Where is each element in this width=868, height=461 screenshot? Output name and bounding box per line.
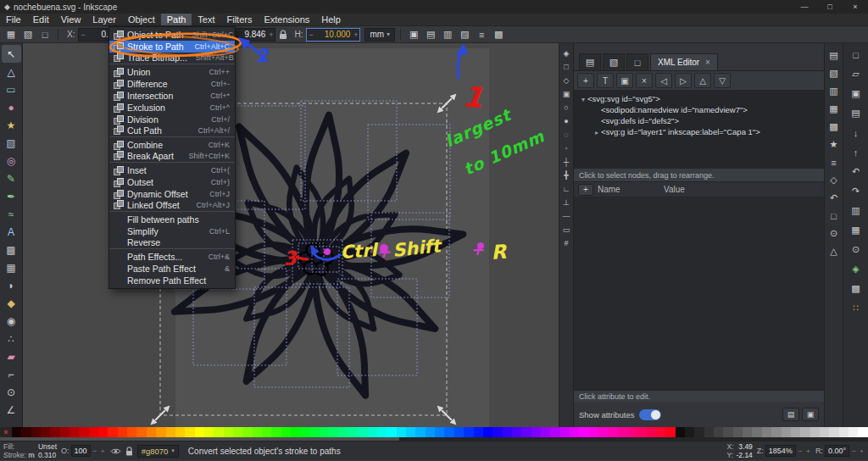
new-element-node-icon[interactable]: + [577, 73, 594, 88]
color-swatch[interactable] [541, 427, 550, 437]
color-swatch[interactable] [839, 427, 849, 437]
menubar-item[interactable]: Filters [221, 14, 259, 25]
deselect-icon[interactable]: □ [37, 27, 53, 42]
copy-icon[interactable]: ▥ [849, 203, 864, 218]
fill-stroke-dialog-tab[interactable]: ▧ [603, 53, 625, 70]
menu-item[interactable]: Stroke to Path Ctrl+Alt+C [109, 41, 235, 53]
color-swatch[interactable] [156, 427, 165, 437]
raise-node-icon[interactable]: △ [694, 73, 711, 88]
swatches-dialog-tab[interactable]: ▤ [579, 53, 601, 70]
minimize-button[interactable]: — [792, 0, 817, 14]
xml-tree-node[interactable]: ▸<svg:g id="layer1" inkscape:label="Capa… [574, 126, 824, 137]
star-tool[interactable]: ★ [2, 116, 21, 134]
select-all-layers-icon[interactable]: ▧ [20, 27, 36, 42]
color-swatch[interactable] [829, 427, 838, 437]
color-swatch[interactable] [752, 427, 761, 437]
snap-path-intersections-icon[interactable]: ◌ [560, 128, 573, 141]
color-swatch[interactable] [426, 427, 435, 437]
add-attribute-button[interactable]: + [578, 184, 593, 196]
xml-tree-node[interactable]: ▾<svg:svg id="svg5"> [574, 93, 824, 104]
color-swatch[interactable] [320, 427, 329, 437]
color-swatch[interactable] [464, 427, 473, 437]
menu-item[interactable]: Union Ctrl++ [109, 66, 235, 78]
color-swatch[interactable] [676, 427, 685, 437]
paste-icon[interactable]: ▦ [849, 223, 864, 237]
xml-tree-node[interactable]: <sodipodi:namedview id="namedview7"> [574, 104, 824, 115]
circle-tool[interactable]: ● [2, 98, 21, 116]
color-swatch[interactable] [348, 427, 358, 437]
swatches-dialog-icon[interactable]: ▩ [826, 119, 842, 134]
attribute-table-body[interactable] [574, 197, 824, 390]
color-swatch[interactable] [858, 427, 867, 437]
color-swatch[interactable] [175, 427, 185, 437]
color-swatch[interactable] [782, 427, 791, 437]
color-swatch[interactable] [224, 427, 233, 437]
duplicate-node-icon[interactable]: ▣ [616, 73, 633, 88]
xml-tree-node[interactable]: <svg:defs id="defs2"> [574, 115, 824, 126]
menu-item[interactable]: Outset Ctrl+) [109, 176, 235, 188]
redo-icon[interactable]: ↷ [849, 184, 864, 198]
color-swatch[interactable] [512, 427, 521, 437]
color-swatch[interactable] [714, 427, 723, 437]
layers-dialog-icon[interactable]: ▥ [826, 84, 842, 98]
spray-tool[interactable]: ∴ [2, 330, 21, 347]
align-distribute-dialog-icon[interactable]: ≡ [826, 155, 842, 169]
mesh-gradient-tool[interactable]: ▦ [2, 258, 21, 276]
layer-visibility-icon[interactable] [110, 447, 121, 455]
snap-grid-icon[interactable]: # [560, 236, 573, 249]
color-swatch[interactable] [820, 427, 829, 437]
snap-page-border-icon[interactable]: ▭ [560, 223, 573, 236]
color-swatch[interactable] [253, 427, 262, 437]
menu-item[interactable]: Difference Ctrl+- [109, 78, 235, 90]
color-swatch[interactable] [387, 427, 396, 437]
color-swatch[interactable] [185, 427, 194, 437]
objects-dialog-icon[interactable]: ▦ [826, 102, 842, 116]
color-swatch[interactable] [98, 427, 108, 437]
expander-icon[interactable]: ▸ [593, 127, 601, 138]
color-swatch[interactable] [665, 427, 675, 437]
scale-pattern-toggle-icon[interactable]: ▨ [457, 27, 472, 42]
rectangle-tool[interactable]: ▭ [2, 81, 21, 98]
snap-nodes-icon[interactable]: ○ [560, 101, 573, 114]
color-swatch[interactable] [733, 427, 743, 437]
color-swatch[interactable] [21, 427, 31, 437]
color-swatch[interactable] [771, 427, 781, 437]
fill-stroke-indicator[interactable]: Fill: Unset Stroke: m 0.310 [3, 442, 57, 459]
color-swatch[interactable] [70, 427, 79, 437]
zoom-tool[interactable]: ⊙ [2, 383, 21, 401]
color-swatch[interactable] [368, 427, 377, 437]
lower-node-icon[interactable]: ▽ [714, 73, 731, 88]
find-dialog-icon[interactable]: ⊙ [826, 226, 842, 241]
color-swatch[interactable] [118, 427, 127, 437]
zoom-page-icon[interactable]: ⊙ [849, 242, 864, 257]
menubar-item[interactable]: Layer [86, 14, 122, 25]
color-swatch[interactable] [570, 427, 579, 437]
dropper-tool[interactable]: ◗ [2, 276, 21, 294]
color-swatch[interactable] [627, 427, 637, 437]
lock-width-height-icon[interactable] [279, 30, 287, 40]
menu-item[interactable]: Exclusion Ctrl+^ [109, 102, 235, 114]
color-swatch[interactable] [31, 427, 41, 437]
menubar-item[interactable]: Text [192, 14, 220, 25]
document-properties-dialog-icon[interactable]: □ [826, 208, 842, 223]
color-swatch[interactable] [127, 427, 136, 437]
snap-path-icon[interactable]: ● [560, 114, 573, 127]
snap-bbox-edges-icon[interactable]: ◇ [560, 74, 573, 86]
menu-item[interactable]: Combine Ctrl+K [109, 139, 235, 151]
color-swatch[interactable] [300, 427, 309, 437]
color-swatch[interactable] [415, 427, 425, 437]
select-all-icon[interactable]: ▦ [3, 27, 19, 42]
close-tab-icon[interactable]: × [705, 58, 710, 67]
color-swatch[interactable] [12, 427, 21, 437]
gradient-tool[interactable]: ▩ [2, 241, 21, 258]
measure-tool[interactable]: ∠ [2, 401, 21, 419]
transform-dialog-icon[interactable]: ◇ [826, 173, 842, 187]
color-swatch[interactable] [358, 427, 367, 437]
color-swatch[interactable] [550, 427, 559, 437]
menubar-item[interactable]: Edit [27, 14, 55, 25]
color-swatch[interactable] [474, 427, 483, 437]
xml-editor-tab[interactable]: XML Editor × [650, 53, 718, 70]
print-icon[interactable]: ▤ [849, 106, 864, 120]
new-document-icon[interactable]: □ [849, 47, 864, 62]
color-swatch[interactable] [608, 427, 617, 437]
